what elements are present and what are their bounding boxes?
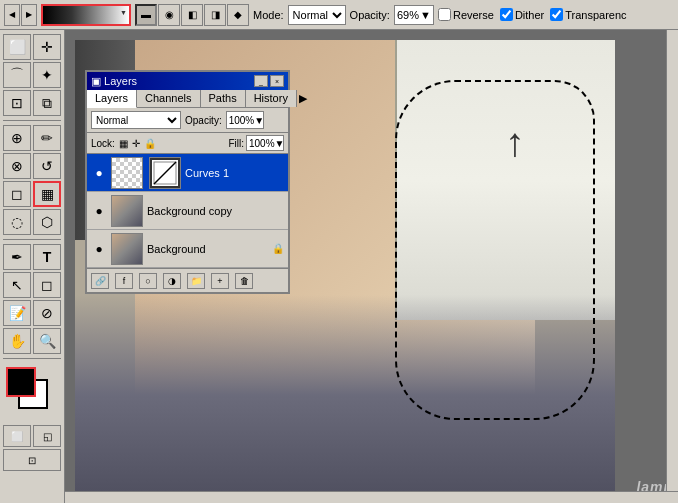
diamond-gradient-btn[interactable]: ◆	[227, 4, 249, 26]
color-swatches	[6, 367, 58, 419]
layer-visibility-bgcopy[interactable]: ●	[91, 203, 107, 219]
panel-footer: 🔗 f ○ ◑ 📁 + 🗑	[87, 268, 288, 292]
panel-title: ▣ Layers	[91, 75, 137, 88]
screen-mode-btn[interactable]: ⊡	[3, 449, 61, 471]
eraser-tool[interactable]: ◻	[3, 181, 31, 207]
new-group-btn[interactable]: 📁	[187, 273, 205, 289]
mode-select[interactable]: Normal	[288, 5, 346, 25]
gradient-tool active-rect[interactable]: ▦	[33, 181, 61, 207]
vertical-scrollbar[interactable]	[666, 30, 678, 491]
crop-tool[interactable]: ⊡	[3, 90, 31, 116]
lock-position-icon[interactable]: ✛	[132, 138, 140, 149]
link-layers-btn[interactable]: 🔗	[91, 273, 109, 289]
canvas-area: ↑ ▣ Layers _ × Layers Channels Paths His…	[65, 30, 678, 503]
delete-layer-btn[interactable]: 🗑	[235, 273, 253, 289]
layer-visibility-bg[interactable]: ●	[91, 241, 107, 257]
healing-brush-tool[interactable]: ⊕	[3, 125, 31, 151]
clone-stamp-tool[interactable]: ⊗	[3, 153, 31, 179]
eraser-tools: ◻ ▦	[3, 181, 61, 207]
path-selection-tool[interactable]: ↖	[3, 272, 31, 298]
tab-layers[interactable]: Layers	[87, 90, 137, 108]
layer-row-curves1[interactable]: ● Curves 1	[87, 154, 288, 192]
screen-mode-tools: ⊡	[3, 449, 61, 471]
reverse-checkbox[interactable]	[438, 8, 451, 21]
panel-menu-btn[interactable]: ▶	[297, 90, 309, 107]
tab-paths[interactable]: Paths	[201, 90, 246, 107]
opacity-label: Opacity:	[350, 9, 390, 21]
tab-history[interactable]: History	[246, 90, 297, 107]
layer-thumbnail-curves1	[149, 157, 181, 189]
rectangle-select-tool[interactable]: ⬜	[3, 34, 31, 60]
fill-label: Fill:	[228, 138, 244, 149]
panel-close-btn[interactable]: ×	[270, 75, 284, 87]
layer-lock-icon-bg: 🔒	[272, 243, 284, 254]
patch-tools: ⊕ ✏	[3, 125, 61, 151]
dodge-tool[interactable]: ⬡	[33, 209, 61, 235]
panel-tabs: Layers Channels Paths History ▶	[87, 90, 288, 108]
fill-value-display[interactable]: 100% ▼	[246, 135, 284, 151]
top-toolbar: ◀ ▶ ▬ ◉ ◧ ◨ ◆ Mode: Normal Opacity: 69% …	[0, 0, 678, 30]
blur-tool[interactable]: ◌	[3, 209, 31, 235]
horizontal-scrollbar[interactable]	[65, 491, 678, 503]
lock-pixels-icon[interactable]: ▦	[119, 138, 128, 149]
lock-row: Lock: ▦ ✛ 🔒 Fill: 100% ▼	[87, 133, 288, 154]
new-layer-btn[interactable]: +	[211, 273, 229, 289]
blend-mode-select[interactable]: Normal	[91, 111, 181, 129]
dither-checkbox-item[interactable]: Dither	[500, 8, 544, 21]
layer-row-bg[interactable]: ● Background 🔒	[87, 230, 288, 268]
standard-mode-btn[interactable]: ⬜	[3, 425, 31, 447]
quick-mask-btn[interactable]: ◱	[33, 425, 61, 447]
lock-all-icon[interactable]: 🔒	[144, 138, 156, 149]
shape-tools: ↖ ◻	[3, 272, 61, 298]
separator-1	[3, 120, 61, 121]
transparent-checkbox-item[interactable]: Transparenc	[550, 8, 626, 21]
forward-btn[interactable]: ▶	[21, 4, 37, 26]
layer-thumbnail-bg	[111, 233, 143, 265]
history-brush-tool[interactable]: ↺	[33, 153, 61, 179]
slice-tool[interactable]: ⧉	[33, 90, 61, 116]
move-tool[interactable]: ✛	[33, 34, 61, 60]
toolbar-checkboxes: Reverse Dither Transparenc	[438, 8, 627, 21]
radial-gradient-btn[interactable]: ◉	[158, 4, 180, 26]
eyedropper-tool[interactable]: ⊘	[33, 300, 61, 326]
crop-tools: ⊡ ⧉	[3, 90, 61, 116]
foreground-color-swatch[interactable]	[6, 367, 36, 397]
left-toolbar: ⬜ ✛ ⌒ ✦ ⊡ ⧉ ⊕ ✏ ⊗ ↺ ◻ ▦ ◌ ⬡ ✒ T ↖ ◻ 📝 ⊘ …	[0, 30, 65, 503]
layer-visibility-curves1[interactable]: ●	[91, 165, 107, 181]
opacity-value: 69%	[397, 9, 419, 21]
magic-wand-tool[interactable]: ✦	[33, 62, 61, 88]
new-adjustment-btn[interactable]: ◑	[163, 273, 181, 289]
tab-channels[interactable]: Channels	[137, 90, 200, 107]
notes-tools: 📝 ⊘	[3, 300, 61, 326]
gradient-selector[interactable]	[41, 4, 131, 26]
reflected-gradient-btn[interactable]: ◨	[204, 4, 226, 26]
angle-gradient-btn[interactable]: ◧	[181, 4, 203, 26]
dither-checkbox[interactable]	[500, 8, 513, 21]
hand-tool[interactable]: ✋	[3, 328, 31, 354]
type-tool[interactable]: T	[33, 244, 61, 270]
linear-gradient-btn[interactable]: ▬	[135, 4, 157, 26]
layer-thumbnail-bgcopy	[111, 195, 143, 227]
opacity-display[interactable]: 69% ▼	[394, 5, 434, 25]
opacity-label: Opacity:	[185, 115, 222, 126]
zoom-tool[interactable]: 🔍	[33, 328, 61, 354]
notes-tool[interactable]: 📝	[3, 300, 31, 326]
pen-tool[interactable]: ✒	[3, 244, 31, 270]
pen-tools: ✒ T	[3, 244, 61, 270]
lasso-tool[interactable]: ⌒	[3, 62, 31, 88]
shape-tool[interactable]: ◻	[33, 272, 61, 298]
layer-name-curves1: Curves 1	[185, 167, 284, 179]
marching-ants-selection	[395, 80, 595, 420]
panel-titlebar: ▣ Layers _ ×	[87, 72, 288, 90]
add-mask-btn[interactable]: ○	[139, 273, 157, 289]
transparent-checkbox[interactable]	[550, 8, 563, 21]
layer-row-bgcopy[interactable]: ● Background copy	[87, 192, 288, 230]
panel-minimize-btn[interactable]: _	[254, 75, 268, 87]
panel-blend-controls: Normal Opacity: 100% ▼	[87, 108, 288, 133]
brush-tool[interactable]: ✏	[33, 125, 61, 151]
back-btn[interactable]: ◀	[4, 4, 20, 26]
panel-title-buttons: _ ×	[254, 75, 284, 87]
opacity-value-display[interactable]: 100% ▼	[226, 111, 264, 129]
layer-style-btn[interactable]: f	[115, 273, 133, 289]
reverse-checkbox-item[interactable]: Reverse	[438, 8, 494, 21]
